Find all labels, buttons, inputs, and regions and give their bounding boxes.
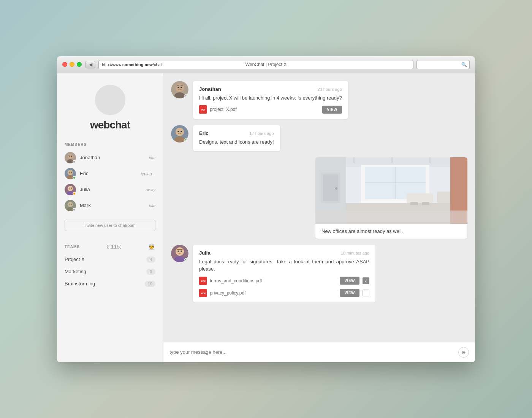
svg-point-8 (69, 171, 70, 172)
chat-main: Jonathan 23 hours ago Hi all, project X … (163, 73, 475, 362)
chat-messages: Jonathan 23 hours ago Hi all, project X … (163, 73, 475, 342)
msg-header-2: Eric 17 hours ago (199, 130, 274, 136)
msg-text-4: Legal docs ready for signatures. Take a … (199, 258, 369, 273)
pdf-icon-4b: PDF (199, 289, 207, 297)
member-item-jonathan[interactable]: Jonathan idle (57, 150, 163, 166)
team-item-marketing[interactable]: Marketing 0 (57, 266, 163, 278)
svg-point-26 (176, 128, 184, 136)
attachment-name-4b: privacy_policy.pdf (210, 290, 337, 296)
svg-point-6 (68, 170, 73, 175)
svg-rect-22 (177, 86, 179, 86)
svg-point-10 (68, 186, 73, 191)
view-button-4b[interactable]: VIEW (340, 289, 359, 297)
team-item-brainstorming[interactable]: Brainstorming 10 (57, 278, 163, 290)
chat-status-jonathan (184, 94, 188, 98)
traffic-lights (62, 62, 82, 67)
message-row-3: New offices are almost ready as well. (315, 157, 467, 239)
member-name-eric: Eric (80, 171, 137, 176)
office-image (315, 157, 467, 224)
msg-time-4: 10 minutes ago (341, 251, 369, 255)
logo-light: web (90, 119, 109, 131)
logo-circle (95, 85, 125, 115)
checkbox-4b[interactable] (363, 290, 369, 296)
back-button[interactable]: ◀ (86, 61, 95, 68)
pdf-svg-1: PDF (200, 106, 206, 112)
attachment-row-1: PDF project_X.pdf VIEW (199, 105, 342, 114)
logo-area: webchat (57, 73, 163, 139)
svg-point-19 (174, 92, 185, 98)
team-count-marketing: 0 (146, 269, 155, 275)
view-button-1[interactable]: VIEW (322, 106, 342, 114)
member-item-eric[interactable]: Eric typing... (57, 166, 163, 182)
svg-rect-4 (68, 155, 70, 155)
svg-point-2 (69, 155, 70, 156)
team-item-projectx[interactable]: Project X 4 (57, 253, 163, 266)
add-team-icon[interactable]: 👳 (148, 243, 155, 250)
view-button-4a[interactable]: VIEW (340, 277, 359, 285)
svg-rect-48 (429, 157, 431, 163)
member-status-eric: typing... (141, 171, 155, 176)
logo-text: webchat (65, 119, 155, 131)
close-button[interactable] (62, 62, 67, 67)
svg-point-53 (180, 250, 182, 252)
chat-avatar-jonathan (171, 81, 188, 98)
sidebar: webchat MEMBERS (57, 73, 163, 362)
pdf-svg-4b: PDF (200, 290, 206, 296)
office-image-svg (315, 157, 467, 224)
avatar-wrap-jonathan (65, 152, 76, 163)
maximize-button[interactable] (77, 62, 82, 67)
members-section-title: MEMBERS (57, 142, 163, 150)
svg-point-0 (68, 154, 73, 159)
msg-author-1: Jonathan (199, 86, 221, 92)
msg-header-1: Jonathan 23 hours ago (199, 86, 342, 92)
teams-section-title: TEAMS (65, 245, 80, 249)
svg-rect-43 (410, 202, 418, 205)
status-dot-eric (73, 176, 76, 179)
status-dot-mark (73, 208, 76, 211)
attachment-name-1: project_X.pdf (210, 107, 319, 112)
teams-icon: €,115; (106, 244, 121, 250)
svg-point-16 (69, 203, 70, 204)
svg-rect-49 (315, 211, 467, 224)
member-item-mark[interactable]: Mark idle (57, 198, 163, 214)
send-icon: ⊕ (461, 349, 466, 355)
message-row-4: Julia 10 minutes ago Legal docs ready fo… (171, 245, 467, 302)
pdf-icon-4a: PDF (199, 277, 207, 285)
member-item-julia[interactable]: Julia away (57, 182, 163, 198)
minimize-button[interactable] (70, 62, 74, 67)
svg-text:PDF: PDF (201, 280, 206, 282)
svg-text:PDF: PDF (201, 109, 206, 111)
invite-button[interactable]: invite new user to chatroom (65, 220, 155, 231)
app-body: webchat MEMBERS (57, 73, 475, 362)
svg-point-9 (71, 171, 72, 172)
checkbox-4a[interactable]: ✓ (363, 277, 369, 284)
svg-point-37 (335, 187, 337, 190)
svg-point-12 (69, 187, 70, 188)
message-input[interactable] (169, 349, 458, 355)
search-icon: 🔍 (461, 62, 467, 67)
message-bubble-4: Julia 10 minutes ago Legal docs ready fo… (193, 245, 375, 302)
pdf-svg-4a: PDF (200, 278, 206, 284)
avatar-wrap-mark (65, 200, 76, 211)
svg-point-28 (177, 131, 179, 132)
status-dot-julia (73, 192, 76, 195)
svg-rect-47 (391, 157, 393, 163)
attachment-name-4a: terms_and_conditions.pdf (210, 278, 337, 283)
chat-status-julia (184, 258, 188, 261)
svg-point-52 (177, 250, 179, 252)
svg-text:PDF: PDF (201, 292, 206, 294)
logo-bold: chat (109, 119, 130, 131)
svg-point-18 (176, 84, 184, 92)
svg-point-27 (174, 136, 185, 142)
svg-point-20 (177, 87, 179, 88)
team-name-marketing: Marketing (65, 269, 146, 274)
msg-header-4: Julia 10 minutes ago (199, 250, 369, 256)
browser-search[interactable]: 🔍 (416, 60, 470, 69)
member-name-jonathan: Jonathan (80, 155, 145, 160)
chat-status-eric (184, 138, 188, 142)
msg-time-2: 17 hours ago (249, 131, 274, 136)
message-input-row: ⊕ (163, 342, 475, 362)
send-button[interactable]: ⊕ (458, 347, 469, 358)
svg-point-3 (71, 155, 72, 156)
svg-point-29 (180, 131, 182, 132)
